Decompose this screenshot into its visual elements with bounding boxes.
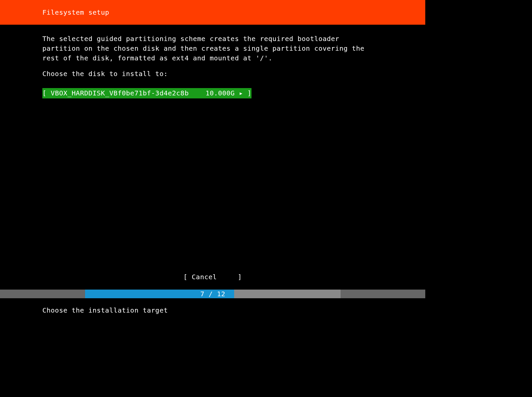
cancel-label: Cancel (192, 273, 217, 281)
bracket-open: [ (183, 273, 192, 281)
disk-spacer (189, 88, 205, 98)
chevron-right-icon: ▸ (239, 88, 243, 98)
bracket-close: ] (243, 88, 251, 98)
progress-label: 7 / 12 (85, 290, 341, 298)
body-area: The selected guided partitioning scheme … (0, 25, 425, 98)
page-title: Filesystem setup (42, 8, 109, 16)
description-text: The selected guided partitioning scheme … (42, 34, 383, 63)
cancel-button[interactable]: [ Cancel ] (0, 273, 425, 281)
disk-size: 10.000G (205, 88, 235, 98)
header-bar: Filesystem setup (0, 0, 425, 25)
footer-hint: Choose the installation target (42, 306, 168, 314)
progress-bar-bg: 7 / 12 (0, 290, 425, 298)
disk-spacer-2 (235, 88, 239, 98)
progress-track: 7 / 12 (85, 290, 341, 298)
bracket-close: ] (217, 273, 242, 281)
disk-option[interactable]: [ VBOX_HARDDISK_VBf0be71bf-3d4e2c8b 10.0… (42, 88, 251, 98)
choose-disk-prompt: Choose the disk to install to: (42, 69, 383, 79)
bracket-open: [ (42, 88, 51, 98)
disk-name: VBOX_HARDDISK_VBf0be71bf-3d4e2c8b (51, 88, 189, 98)
